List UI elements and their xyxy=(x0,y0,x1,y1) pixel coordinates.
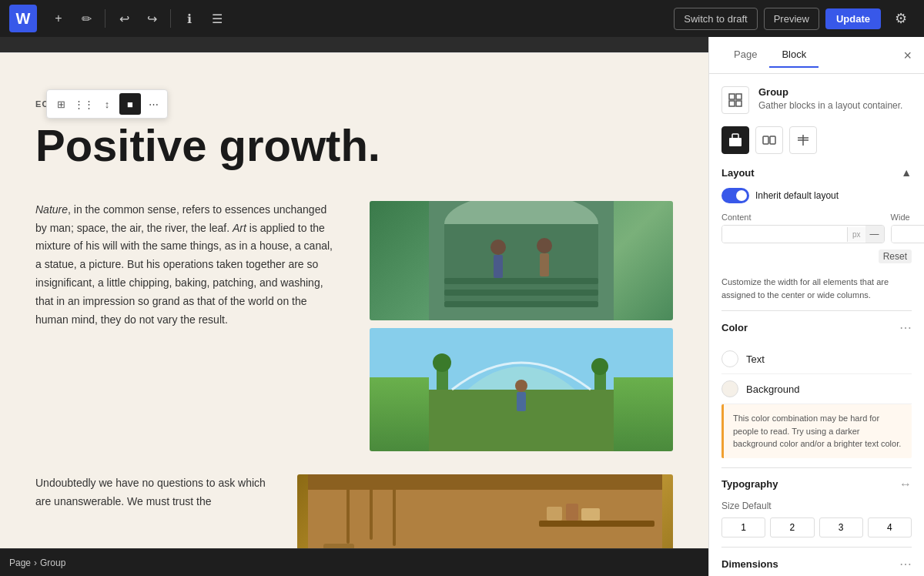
wide-width-label: Wide xyxy=(891,213,924,222)
svg-point-6 xyxy=(490,239,506,255)
toolbar-left: W + ✏ ↩ ↪ ℹ ☰ xyxy=(9,5,229,32)
block-toolbar: ⊞ ⋮⋮ ↕ ■ ⋯ xyxy=(46,89,168,119)
add-block-button[interactable]: + xyxy=(46,6,71,31)
breadcrumb-page[interactable]: Page xyxy=(9,558,31,568)
svg-rect-25 xyxy=(547,507,562,521)
color-section-header: Color ⋯ xyxy=(721,320,912,335)
toolbar-divider-1 xyxy=(105,9,105,28)
images-column xyxy=(370,201,673,451)
block-toolbar-move[interactable]: ↕ xyxy=(96,93,118,115)
wp-logo[interactable]: W xyxy=(9,5,37,32)
size-btn-1[interactable]: 1 xyxy=(721,517,765,537)
body-text: Nature, in the common sense, refers to e… xyxy=(35,201,339,451)
farm-workers-image xyxy=(370,201,673,320)
content-width-group: Content px — xyxy=(721,213,885,243)
divider-2 xyxy=(721,467,912,468)
preview-button[interactable]: Preview xyxy=(764,8,819,30)
content-width-unit: px xyxy=(847,227,865,242)
text-color-swatch[interactable] xyxy=(721,350,738,367)
typography-section: Typography ↔ Size Default 1 2 3 4 xyxy=(721,477,912,537)
switch-draft-button[interactable]: Switch to draft xyxy=(674,8,757,30)
content-width-label: Content xyxy=(721,213,885,222)
size-default-label: Size Default xyxy=(721,501,772,511)
list-view-button[interactable]: ☰ xyxy=(205,6,229,31)
content-link-btn[interactable]: — xyxy=(865,226,884,243)
style-icon-group[interactable] xyxy=(721,126,749,154)
color-options-btn[interactable]: ⋯ xyxy=(899,320,912,335)
breadcrumb-group[interactable]: Group xyxy=(40,558,65,568)
svg-rect-3 xyxy=(444,278,598,284)
svg-point-13 xyxy=(433,353,451,372)
layout-section-title: Layout xyxy=(721,167,755,179)
layout-toggle-btn[interactable]: ▲ xyxy=(901,166,912,179)
block-icon xyxy=(721,86,749,114)
content-width-field-row: px — xyxy=(721,225,885,243)
layout-hint-text: Customize the width for all elements tha… xyxy=(721,276,912,301)
style-icon-row[interactable] xyxy=(755,126,783,154)
svg-rect-36 xyxy=(763,136,768,144)
block-toolbar-drag[interactable]: ⋮⋮ xyxy=(73,93,95,115)
svg-rect-4 xyxy=(444,290,598,296)
size-btn-2[interactable]: 2 xyxy=(770,517,814,537)
redo-button[interactable]: ↪ xyxy=(139,6,164,31)
width-inputs-row: Content px — Wide px ■ xyxy=(721,213,912,243)
svg-rect-23 xyxy=(308,474,662,490)
svg-rect-32 xyxy=(729,101,735,106)
dimensions-section-header: Dimensions ⋯ xyxy=(721,557,912,571)
block-info: Group Gather blocks in a layout containe… xyxy=(721,86,912,114)
color-warning-box: This color combination may be hard for p… xyxy=(721,404,912,458)
main-heading: Positive growth. xyxy=(35,121,673,170)
top-bar: W + ✏ ↩ ↪ ℹ ☰ Switch to draft Preview Up… xyxy=(0,0,924,37)
style-icon-stack[interactable] xyxy=(789,126,817,154)
svg-rect-30 xyxy=(729,94,735,99)
wide-width-input[interactable] xyxy=(892,226,924,243)
tab-block[interactable]: Block xyxy=(769,42,819,68)
svg-point-16 xyxy=(515,380,527,392)
layout-section: Layout ▲ Inherit default layout Content … xyxy=(721,166,912,301)
font-size-buttons: 1 2 3 4 xyxy=(721,517,912,537)
svg-rect-20 xyxy=(346,482,350,544)
typography-options-btn[interactable]: ↔ xyxy=(899,477,912,491)
layout-section-header: Layout ▲ xyxy=(721,166,912,179)
content-width-input[interactable] xyxy=(722,226,847,243)
block-text: Group Gather blocks in a layout containe… xyxy=(758,86,902,112)
greenhouse-small-image xyxy=(370,328,673,451)
inherit-layout-toggle[interactable] xyxy=(721,188,749,203)
settings-button[interactable]: ⚙ xyxy=(887,5,915,32)
dimensions-options-btn[interactable]: ⋯ xyxy=(899,557,912,571)
info-button[interactable]: ℹ xyxy=(177,6,202,31)
toolbar-divider-2 xyxy=(170,9,171,28)
update-button[interactable]: Update xyxy=(825,8,881,29)
svg-rect-22 xyxy=(393,481,396,546)
sidebar-close-button[interactable]: × xyxy=(903,49,912,62)
svg-point-8 xyxy=(537,238,552,253)
inherit-layout-label: Inherit default layout xyxy=(755,190,839,201)
breadcrumb-bar: Page › Group xyxy=(0,548,708,576)
block-toolbar-group[interactable]: ⊞ xyxy=(50,93,72,115)
breadcrumb-separator: › xyxy=(34,558,37,568)
size-btn-4[interactable]: 4 xyxy=(868,517,912,537)
svg-rect-5 xyxy=(444,301,598,307)
size-btn-3[interactable]: 3 xyxy=(819,517,863,537)
background-color-row[interactable]: Background xyxy=(721,374,912,404)
typography-section-title: Typography xyxy=(721,478,778,490)
tab-page[interactable]: Page xyxy=(721,42,769,68)
tools-button[interactable]: ✏ xyxy=(74,6,99,31)
svg-rect-26 xyxy=(566,504,578,521)
reset-button[interactable]: Reset xyxy=(879,249,912,263)
block-toolbar-more[interactable]: ⋯ xyxy=(142,93,164,115)
svg-point-15 xyxy=(591,358,608,375)
divider-1 xyxy=(721,310,912,311)
background-color-label: Background xyxy=(746,383,799,395)
text-color-row[interactable]: Text xyxy=(721,344,912,374)
svg-rect-21 xyxy=(370,486,373,540)
color-section-title: Color xyxy=(721,322,748,333)
svg-rect-27 xyxy=(581,508,600,521)
undo-button[interactable]: ↩ xyxy=(112,6,136,31)
background-color-swatch[interactable] xyxy=(721,380,738,397)
wide-width-field-row: px ■ xyxy=(891,225,924,243)
right-sidebar: Page Block × Group Gather b xyxy=(708,37,924,576)
svg-rect-33 xyxy=(736,101,742,106)
block-toolbar-active[interactable]: ■ xyxy=(119,93,141,115)
color-section: Color ⋯ Text Background This color combi… xyxy=(721,320,912,458)
